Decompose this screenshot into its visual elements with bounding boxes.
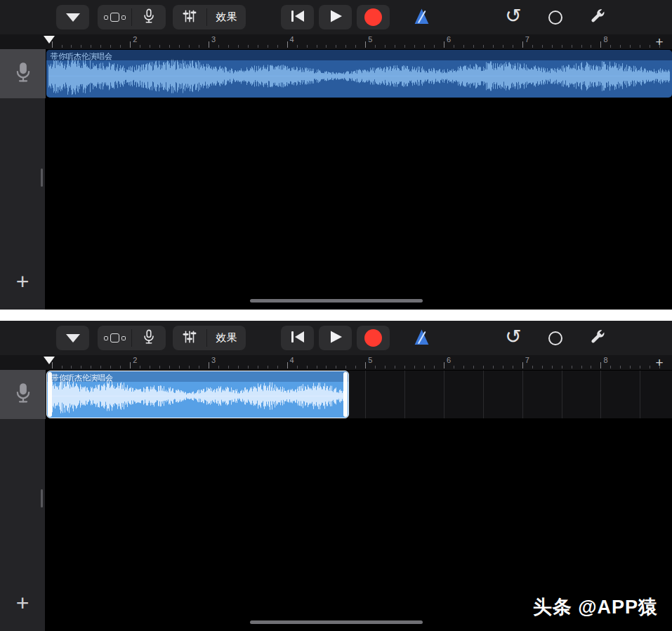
ruler-tick xyxy=(159,366,160,368)
song-sections-button[interactable] xyxy=(56,5,89,29)
vertical-scrollbar[interactable] xyxy=(41,168,43,187)
go-to-beginning-button[interactable] xyxy=(281,326,314,350)
ruler-tick xyxy=(414,45,415,48)
track-header-audio-recorder[interactable] xyxy=(0,370,46,419)
track-header-audio-recorder[interactable] xyxy=(0,49,46,98)
grid-line xyxy=(600,371,601,418)
add-track-button[interactable]: + xyxy=(8,592,37,614)
ruler-tick xyxy=(71,366,72,368)
record-button[interactable] xyxy=(357,326,390,350)
mixer-button[interactable] xyxy=(173,5,206,29)
mixer-effects-group: 效果 xyxy=(173,5,246,29)
ruler-tick xyxy=(591,366,591,368)
ruler-tick xyxy=(179,366,180,368)
ruler-tick xyxy=(326,45,327,48)
ruler-measure-number: 7 xyxy=(525,35,529,44)
metronome-button[interactable] xyxy=(405,326,438,350)
ruler-tick xyxy=(71,45,72,48)
ruler-tick xyxy=(209,41,209,48)
track-sidebar: + xyxy=(0,98,46,310)
ruler-tick xyxy=(258,45,258,48)
effects-button[interactable]: 效果 xyxy=(207,5,246,29)
microphone-icon xyxy=(13,382,34,408)
playhead-marker[interactable] xyxy=(44,357,55,364)
play-icon xyxy=(327,328,344,347)
record-button[interactable] xyxy=(357,5,390,29)
tracks-view-button[interactable] xyxy=(98,5,131,29)
ruler-tick xyxy=(110,45,111,48)
loop-browser-button[interactable] xyxy=(541,326,570,350)
ruler-tick xyxy=(572,45,572,48)
ruler-tick xyxy=(473,366,474,368)
track-row: 带你听杰伦演唱会 xyxy=(0,370,672,419)
play-button[interactable] xyxy=(319,326,352,350)
effects-button[interactable]: 效果 xyxy=(207,326,246,350)
timeline-ruler[interactable]: 2345678 xyxy=(0,355,672,370)
skip-to-start-icon xyxy=(289,8,306,26)
ruler-tick xyxy=(532,366,533,368)
loop-browser-button[interactable] xyxy=(541,5,570,29)
instrument-button[interactable] xyxy=(132,326,166,350)
ruler-tick xyxy=(169,45,170,48)
ruler-tick xyxy=(444,362,444,368)
ruler-tick xyxy=(169,366,170,368)
undo-button[interactable]: ↺ xyxy=(499,5,528,29)
ruler-measure-number: 3 xyxy=(211,356,216,364)
horizontal-scrollbar[interactable] xyxy=(250,299,423,303)
ruler-measure-number: 2 xyxy=(133,356,137,364)
track-sidebar: + xyxy=(0,419,46,631)
song-sections-button[interactable] xyxy=(56,326,89,350)
trim-handle-right[interactable] xyxy=(343,372,348,417)
metronome-button[interactable] xyxy=(405,5,438,29)
ruler-tick xyxy=(493,366,494,368)
toolbar: 效果 ↺ xyxy=(0,0,672,34)
undo-icon: ↺ xyxy=(505,327,521,347)
ruler-measure-number: 6 xyxy=(447,35,451,44)
go-to-beginning-button[interactable] xyxy=(281,5,314,29)
ruler-tick xyxy=(434,366,435,368)
ruler-measure-number: 6 xyxy=(447,356,451,364)
playhead-marker[interactable] xyxy=(44,36,55,44)
metronome-icon xyxy=(412,328,431,349)
mixer-sliders-icon xyxy=(182,8,197,26)
ruler-tick xyxy=(552,45,553,48)
ruler-tick xyxy=(307,366,308,368)
waveform xyxy=(46,50,672,98)
ruler-tick xyxy=(620,366,621,368)
ruler-tick xyxy=(130,362,131,368)
undo-button[interactable]: ↺ xyxy=(499,326,528,350)
ruler-tick xyxy=(385,45,386,48)
ruler-tick xyxy=(91,45,91,48)
ruler-measure-number: 5 xyxy=(368,35,372,44)
add-bars-button[interactable]: + xyxy=(650,34,668,49)
play-button[interactable] xyxy=(319,5,352,29)
trim-handle-left[interactable] xyxy=(48,372,52,417)
ruler-tick xyxy=(248,45,249,48)
ruler-tick xyxy=(150,45,150,48)
settings-button[interactable] xyxy=(583,5,612,29)
audio-region-selected[interactable]: 带你听杰伦演唱会 xyxy=(46,371,349,418)
ruler-tick xyxy=(62,45,62,48)
loop-browser-icon xyxy=(548,11,562,25)
vertical-scrollbar[interactable] xyxy=(41,489,43,507)
add-track-button[interactable]: + xyxy=(8,270,37,293)
ruler-tick xyxy=(581,366,582,368)
ruler-tick xyxy=(238,45,239,48)
ruler-tick xyxy=(552,366,553,368)
ruler-tick xyxy=(600,41,601,48)
ruler-tick xyxy=(317,45,317,48)
tracks-view-button[interactable] xyxy=(98,326,131,350)
horizontal-scrollbar[interactable] xyxy=(250,620,423,624)
instrument-button[interactable] xyxy=(132,5,166,29)
triangle-down-icon xyxy=(66,334,80,343)
ruler-tick xyxy=(414,366,415,368)
mixer-button[interactable] xyxy=(173,326,206,350)
undo-icon: ↺ xyxy=(505,6,521,26)
timeline-ruler[interactable]: 2345678 xyxy=(0,34,672,49)
settings-button[interactable] xyxy=(583,326,612,350)
skip-to-start-icon xyxy=(289,329,306,347)
ruler-tick xyxy=(385,366,386,368)
screenshot-bottom-panel: 效果 ↺ xyxy=(0,321,672,631)
add-bars-button[interactable]: + xyxy=(650,355,668,370)
audio-region[interactable]: 带你听杰伦演唱会 xyxy=(46,50,672,98)
